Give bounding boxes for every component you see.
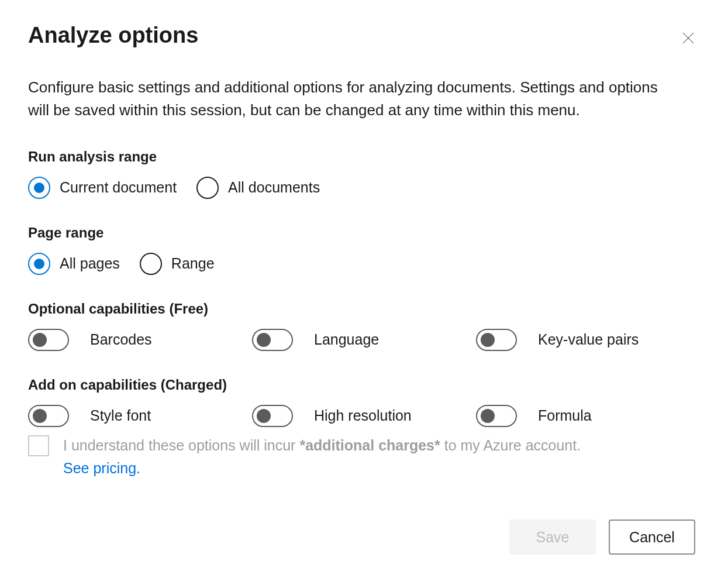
optional-caps-group: Barcodes Language Key-value pairs: [28, 329, 700, 351]
radio-range[interactable]: [140, 253, 162, 275]
pricing-link[interactable]: See pricing.: [63, 460, 140, 476]
dialog-title: Analyze options: [28, 23, 198, 48]
radio-all-documents[interactable]: [196, 177, 219, 199]
toggle-label-style-font: Style font: [90, 407, 151, 424]
page-range-label: Page range: [28, 225, 700, 241]
analysis-range-group: Current document All documents: [28, 177, 700, 199]
consent-suffix: to my Azure account.: [440, 437, 581, 453]
consent-prefix: I understand these options will incur: [63, 437, 299, 453]
optional-caps-label: Optional capabilities (Free): [28, 301, 700, 317]
toggle-key-value-pairs[interactable]: [476, 329, 517, 351]
toggle-barcodes[interactable]: [28, 329, 69, 351]
toggle-label-formula: Formula: [538, 407, 592, 424]
page-range-group: All pages Range: [28, 253, 700, 275]
consent-row: I understand these options will incur *a…: [28, 434, 700, 480]
consent-text: I understand these options will incur *a…: [63, 434, 581, 480]
radio-current-document[interactable]: [28, 177, 50, 199]
consent-checkbox[interactable]: [28, 435, 49, 456]
radio-label-all-documents: All documents: [228, 179, 320, 196]
addon-caps-group: Style font High resolution Formula: [28, 405, 700, 427]
toggle-label-barcodes: Barcodes: [90, 331, 152, 348]
cancel-button[interactable]: Cancel: [609, 519, 695, 555]
radio-label-all-pages: All pages: [60, 255, 120, 272]
consent-bold: *additional charges*: [299, 437, 440, 453]
close-icon: [681, 31, 695, 47]
close-button[interactable]: [677, 27, 700, 50]
addon-caps-label: Add on capabilities (Charged): [28, 377, 700, 393]
analysis-range-label: Run analysis range: [28, 149, 700, 165]
toggle-formula[interactable]: [476, 405, 517, 427]
dialog-footer: Save Cancel: [509, 519, 695, 555]
save-button[interactable]: Save: [509, 519, 596, 555]
radio-label-current-document: Current document: [60, 179, 177, 196]
radio-label-range: Range: [171, 255, 215, 272]
toggle-style-font[interactable]: [28, 405, 69, 427]
toggle-label-key-value-pairs: Key-value pairs: [538, 331, 639, 348]
toggle-high-resolution[interactable]: [252, 405, 293, 427]
toggle-label-high-resolution: High resolution: [314, 407, 412, 424]
dialog-description: Configure basic settings and additional …: [28, 76, 671, 122]
toggle-label-language: Language: [314, 331, 379, 348]
toggle-language[interactable]: [252, 329, 293, 351]
radio-all-pages[interactable]: [28, 253, 50, 275]
